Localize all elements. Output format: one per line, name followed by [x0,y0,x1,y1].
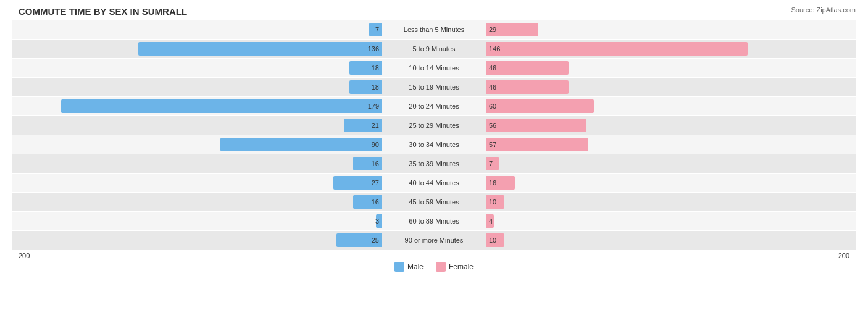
axis-right-label: 200 [838,252,849,259]
right-section: 57 [486,135,856,154]
bar-row: 1635 to 39 Minutes7 [12,154,856,173]
left-section: 7 [12,20,382,39]
male-value: 179 [368,103,382,110]
row-label: 10 to 14 Minutes [382,64,486,72]
female-bar: 46 [486,61,569,75]
bar-row: 2125 to 29 Minutes56 [12,116,856,135]
female-value: 46 [486,64,496,72]
male-bar: 27 [333,176,382,190]
male-bar: 90 [220,138,382,151]
male-color-box [394,262,404,272]
bar-row: 1365 to 9 Minutes146 [12,40,856,58]
female-value: 46 [486,83,496,91]
female-value: 60 [486,103,496,110]
female-legend-label: Female [449,262,474,271]
male-value: 27 [372,179,382,187]
male-value: 18 [372,83,382,91]
right-section: 16 [486,174,856,192]
row-label: 45 to 59 Minutes [382,198,486,206]
female-bar: 16 [486,176,515,190]
female-value: 10 [486,237,496,244]
female-value: 4 [486,217,493,225]
right-section: 10 [486,193,856,211]
male-bar: 16 [353,157,382,170]
female-value: 57 [486,141,496,148]
row-label: 90 or more Minutes [382,237,486,244]
female-bar: 10 [486,195,504,209]
bar-row: 9030 to 34 Minutes57 [12,135,856,154]
left-section: 136 [12,40,382,58]
female-bar: 60 [486,99,594,113]
male-bar: 18 [349,80,382,94]
female-value: 10 [486,198,496,206]
bar-row: 360 to 89 Minutes4 [12,212,856,230]
right-section: 4 [486,212,856,230]
male-legend-label: Male [407,262,424,271]
bar-row: 1810 to 14 Minutes46 [12,59,856,77]
female-color-box [436,262,446,272]
row-label: Less than 5 Minutes [382,26,486,33]
row-label: 60 to 89 Minutes [382,217,486,225]
left-section: 18 [12,59,382,77]
left-section: 16 [12,193,382,211]
bar-row: 17920 to 24 Minutes60 [12,97,856,115]
axis-left-label: 200 [19,252,30,259]
right-section: 56 [486,116,856,135]
left-section: 21 [12,116,382,135]
chart-container: COMMUTE TIME BY SEX IN SUMRALL Source: Z… [0,0,868,323]
male-value: 25 [372,237,382,244]
male-bar: 179 [61,99,382,113]
left-section: 3 [12,212,382,230]
male-value: 18 [372,64,382,72]
female-bar: 46 [486,80,569,94]
female-bar: 4 [486,214,494,228]
left-section: 16 [12,154,382,173]
bar-row: 1645 to 59 Minutes10 [12,193,856,211]
row-label: 25 to 29 Minutes [382,122,486,129]
right-section: 46 [486,59,856,77]
row-label: 40 to 44 Minutes [382,179,486,187]
female-bar: 7 [486,157,499,170]
legend-male: Male [394,262,424,272]
male-bar: 136 [138,42,382,56]
female-bar: 10 [486,233,504,247]
female-bar: 29 [486,23,538,36]
axis-bottom: 200 200 [12,252,856,259]
left-section: 25 [12,231,382,250]
female-bar: 57 [486,138,588,151]
right-section: 10 [486,231,856,250]
female-bar: 56 [486,119,586,132]
male-bar: 7 [369,23,382,36]
female-value: 7 [486,160,493,167]
bar-row: 1815 to 19 Minutes46 [12,78,856,96]
bar-row: 7Less than 5 Minutes29 [12,20,856,39]
male-value: 7 [375,26,382,33]
legend: Male Female [12,262,856,272]
right-section: 29 [486,20,856,39]
male-value: 16 [372,198,382,206]
male-bar: 25 [336,233,382,247]
right-section: 46 [486,78,856,96]
legend-female: Female [436,262,474,272]
male-value: 136 [368,45,382,52]
male-bar: 21 [344,119,382,132]
male-value: 16 [372,160,382,167]
row-label: 15 to 19 Minutes [382,83,486,91]
female-bar: 146 [486,42,748,56]
female-value: 56 [486,122,496,129]
left-section: 90 [12,135,382,154]
row-label: 5 to 9 Minutes [382,45,486,52]
left-section: 179 [12,97,382,115]
right-section: 7 [486,154,856,173]
male-value: 21 [372,122,382,129]
row-label: 30 to 34 Minutes [382,141,486,148]
row-label: 35 to 39 Minutes [382,160,486,167]
male-bar: 3 [376,214,382,228]
bar-row: 2740 to 44 Minutes16 [12,174,856,192]
chart-rows-wrapper: 7Less than 5 Minutes291365 to 9 Minutes1… [12,20,856,250]
source-label: Source: ZipAtlas.com [791,6,856,14]
chart-title: COMMUTE TIME BY SEX IN SUMRALL [12,6,856,17]
right-section: 60 [486,97,856,115]
male-bar: 18 [349,61,382,75]
bar-row: 2590 or more Minutes10 [12,231,856,250]
